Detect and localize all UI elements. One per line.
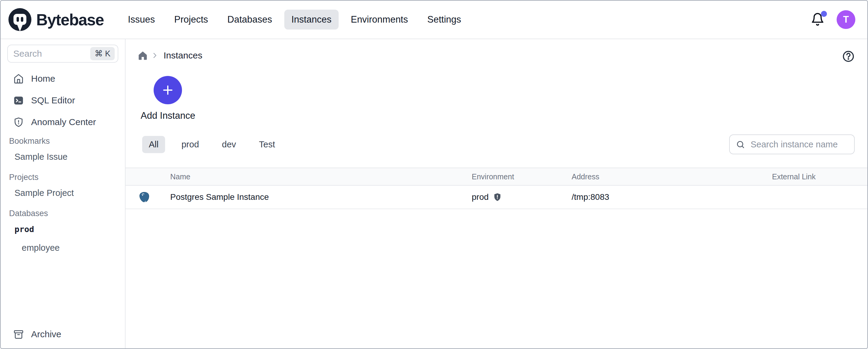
postgres-icon [138, 191, 150, 203]
sidebar-section-bookmarks: Bookmarks [1, 135, 125, 147]
column-header-address: Address [571, 172, 772, 181]
sidebar-item-env-prod[interactable]: prod [1, 220, 125, 238]
search-icon [736, 140, 745, 149]
sidebar-item-sql-editor[interactable]: SQL Editor [1, 90, 125, 111]
sidebar-item-archive[interactable]: Archive [1, 325, 125, 344]
sidebar-item-anomaly-center[interactable]: Anomaly Center [1, 111, 125, 133]
sub-item-label: prod [14, 224, 34, 234]
nav-item-environments[interactable]: Environments [343, 10, 415, 30]
shield-protected-icon [493, 193, 502, 202]
column-header-name: Name [126, 172, 472, 181]
instance-search[interactable] [729, 134, 855, 154]
instance-search-input[interactable] [751, 140, 848, 149]
home-filled-icon [137, 50, 148, 61]
search-shortcut-badge: ⌘ K [90, 47, 115, 60]
app-body: ⌘ K Home SQL Editor [1, 39, 867, 348]
breadcrumb-home-button[interactable] [137, 50, 148, 61]
sub-item-label: Sample Project [14, 188, 74, 198]
environment-name: prod [472, 192, 489, 202]
sidebar-item-label: Archive [31, 329, 61, 339]
nav-item-instances[interactable]: Instances [284, 10, 339, 30]
tab-test[interactable]: Test [252, 136, 282, 153]
sub-item-label: Sample Issue [14, 152, 68, 162]
nav-item-issues[interactable]: Issues [121, 10, 162, 30]
sidebar-footer: Archive [1, 325, 125, 344]
sidebar-search-input[interactable] [13, 48, 90, 59]
navbar-right: T [810, 10, 855, 29]
archive-icon [13, 329, 24, 340]
sidebar-item-sample-project[interactable]: Sample Project [1, 183, 125, 202]
nav-item-projects[interactable]: Projects [167, 10, 215, 30]
sidebar-item-label: Anomaly Center [31, 117, 96, 127]
sidebar-item-label: SQL Editor [31, 95, 75, 105]
sidebar-item-home[interactable]: Home [1, 68, 125, 90]
notifications-button[interactable] [810, 12, 825, 27]
top-navbar: Bytebase Issues Projects Databases Insta… [1, 1, 867, 39]
add-instance-button[interactable]: Add Instance [141, 76, 195, 121]
sub-item-label: employee [22, 243, 60, 253]
chevron-right-icon [151, 51, 159, 59]
brand-name: Bytebase [36, 10, 104, 29]
breadcrumb-current: Instances [163, 50, 202, 61]
sidebar-item-sample-issue[interactable]: Sample Issue [1, 147, 125, 166]
sidebar-item-db-employee[interactable]: employee [1, 238, 125, 257]
environment-tabs: All prod dev Test [142, 136, 282, 153]
tab-prod[interactable]: prod [175, 136, 206, 153]
sidebar: ⌘ K Home SQL Editor [1, 39, 126, 348]
circle-help-icon [842, 50, 855, 63]
cell-instance-name: Postgres Sample Instance [126, 192, 472, 202]
plus-icon [161, 83, 175, 97]
instance-name: Postgres Sample Instance [170, 192, 269, 202]
nav-item-settings[interactable]: Settings [420, 10, 468, 30]
sidebar-nav: Home SQL Editor Anomal [1, 68, 125, 257]
bytebase-logo-icon [8, 8, 31, 31]
sidebar-section-projects: Projects [1, 171, 125, 183]
column-header-external-link: External Link [772, 172, 867, 181]
bytebase-logo[interactable]: Bytebase [8, 8, 104, 31]
avatar-letter: T [843, 14, 849, 25]
main-nav: Issues Projects Databases Instances Envi… [121, 10, 468, 30]
user-avatar[interactable]: T [837, 10, 855, 29]
terminal-square-icon [13, 95, 24, 106]
add-instance-label: Add Instance [141, 110, 195, 121]
shield-alert-icon [13, 117, 24, 128]
cell-address: /tmp:8083 [571, 192, 772, 202]
home-icon [13, 74, 24, 84]
main-content: Instances Add Instance A [126, 39, 867, 348]
sidebar-section-databases: Databases [1, 207, 125, 220]
add-instance-circle[interactable] [154, 76, 182, 104]
table-row[interactable]: Postgres Sample Instance prod /tmp:8083 [126, 186, 867, 209]
app-window: Bytebase Issues Projects Databases Insta… [0, 0, 868, 349]
cell-environment: prod [472, 192, 571, 202]
notification-dot [821, 11, 827, 17]
filter-row: All prod dev Test [126, 134, 867, 154]
tab-all[interactable]: All [142, 136, 165, 153]
table-header: Name Environment Address External Link [126, 168, 867, 186]
help-button[interactable] [842, 50, 855, 64]
tab-dev[interactable]: dev [215, 136, 243, 153]
sidebar-item-label: Home [31, 74, 55, 84]
column-header-environment: Environment [472, 172, 571, 181]
nav-item-databases[interactable]: Databases [220, 10, 279, 30]
sidebar-search[interactable]: ⌘ K [7, 45, 118, 63]
breadcrumb: Instances [126, 47, 867, 64]
instances-table: Name Environment Address External Link P… [126, 168, 867, 209]
